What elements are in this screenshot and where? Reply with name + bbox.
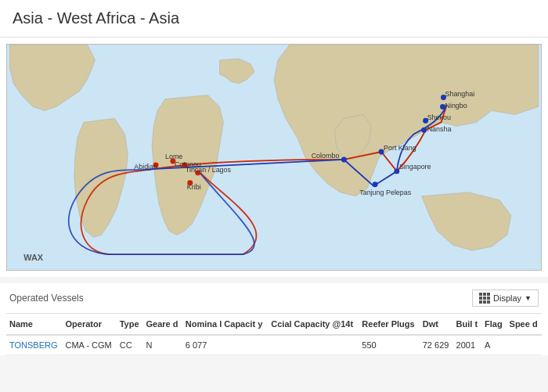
svg-text:Tanjung Pelepas: Tanjung Pelepas xyxy=(359,189,412,196)
display-button[interactable]: Display ▼ xyxy=(472,290,539,307)
cell-dwt: 72 629 xyxy=(420,335,453,355)
table-section: Operated Vessels Display ▼ Name Operator xyxy=(0,283,548,355)
col-speed: Spee d xyxy=(507,314,542,335)
col-type: Type xyxy=(117,314,143,335)
vessels-table: Name Operator Type Geare d Nomina l Capa… xyxy=(6,314,542,355)
svg-text:WAX: WAX xyxy=(23,253,44,262)
col-reefer-plugs: Reefer Plugs xyxy=(359,314,419,335)
col-name: Name xyxy=(6,314,63,335)
cell-flag: A xyxy=(481,335,506,355)
table-row: TONSBERGCMA - CGMCCN6 07755072 6292001A xyxy=(6,335,542,355)
svg-text:Ningbo: Ningbo xyxy=(445,102,467,110)
display-label: Display xyxy=(493,293,521,303)
col-nominal-capacity: Nomina l Capacit y xyxy=(182,314,268,335)
svg-text:Shekou: Shekou xyxy=(427,113,451,121)
chevron-down-icon: ▼ xyxy=(525,294,532,302)
grid-icon xyxy=(479,293,490,304)
cell-ccial_capacity xyxy=(268,335,359,355)
svg-text:Tincan / Lagos: Tincan / Lagos xyxy=(186,166,232,174)
col-operator: Operator xyxy=(63,314,117,335)
svg-point-3 xyxy=(421,128,427,133)
cell-name[interactable]: TONSBERG xyxy=(6,335,63,355)
svg-text:Lome: Lome xyxy=(165,153,182,160)
cell-nominal_capacity: 6 077 xyxy=(182,335,268,355)
svg-point-6 xyxy=(373,182,378,187)
page-title: Asia - West Africa - Asia xyxy=(13,9,535,27)
cell-reefer_plugs: 550 xyxy=(359,335,419,355)
svg-text:Nansha: Nansha xyxy=(427,125,452,133)
col-built: Buil t xyxy=(453,314,482,335)
col-geared: Geare d xyxy=(142,314,182,335)
svg-text:Singapore: Singapore xyxy=(399,163,431,171)
svg-text:Abidjan: Abidjan xyxy=(134,163,157,171)
cell-geared: N xyxy=(142,335,182,355)
cell-speed xyxy=(507,335,542,355)
svg-text:Kribi: Kribi xyxy=(187,183,201,191)
col-dwt: Dwt xyxy=(420,314,453,335)
col-flag: Flag xyxy=(481,314,506,335)
cell-built: 2001 xyxy=(453,335,482,355)
cell-operator: CMA - CGM xyxy=(63,335,117,355)
svg-point-7 xyxy=(341,157,347,163)
map-container: Shanghai Ningbo Shekou Nansha Port Klang… xyxy=(0,38,548,277)
table-header-bar: Operated Vessels Display ▼ xyxy=(6,283,542,314)
operated-vessels-title: Operated Vessels xyxy=(9,293,84,304)
map-area: Shanghai Ningbo Shekou Nansha Port Klang… xyxy=(6,44,542,271)
svg-text:Colombo: Colombo xyxy=(312,152,340,160)
svg-text:Port Klang: Port Klang xyxy=(384,144,416,152)
page-header: Asia - West Africa - Asia xyxy=(0,0,548,38)
svg-text:Shanghai: Shanghai xyxy=(445,90,474,98)
map-svg: Shanghai Ningbo Shekou Nansha Port Klang… xyxy=(7,45,541,270)
table-header-row: Name Operator Type Geare d Nomina l Capa… xyxy=(6,314,542,335)
cell-type: CC xyxy=(117,335,143,355)
col-ccial-capacity: Ccial Capacity @14t xyxy=(268,314,359,335)
